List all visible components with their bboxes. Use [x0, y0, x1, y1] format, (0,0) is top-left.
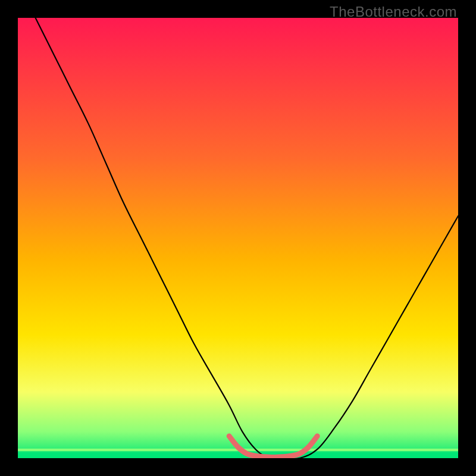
bottom-stripe-2: [18, 452, 458, 458]
chart-background: [18, 18, 458, 458]
chart-frame: [18, 18, 458, 458]
bottleneck-chart: [18, 18, 458, 458]
